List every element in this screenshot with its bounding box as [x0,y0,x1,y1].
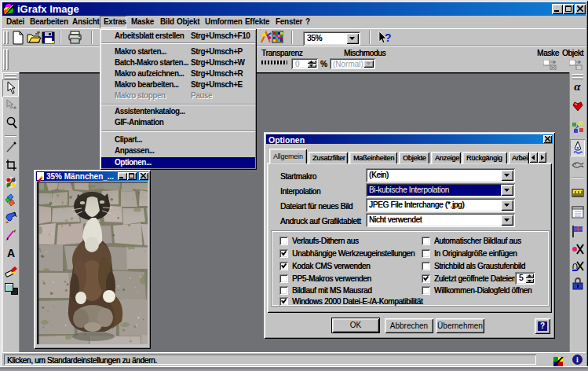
svg-text:?: ? [385,31,392,44]
